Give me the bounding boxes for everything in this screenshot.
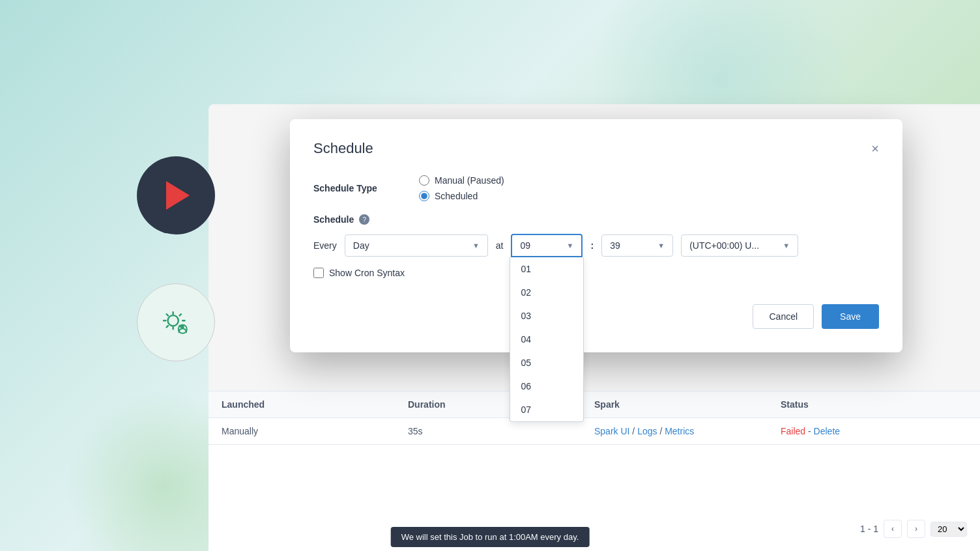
table-area: Launched Duration Spark Status Manually … <box>209 391 980 551</box>
every-row: Every Day ▼ at 09 ▼ 01 02 03 04 05 <box>313 234 879 257</box>
play-icon <box>166 181 190 210</box>
pagination-range: 1 - 1 <box>860 524 878 534</box>
radio-scheduled-input[interactable] <box>419 191 429 201</box>
hour-option-02[interactable]: 02 <box>510 281 583 304</box>
cell-spark: Spark UI / Logs / Metrics <box>594 426 781 436</box>
col-spark: Spark <box>594 399 781 410</box>
hour-option-06[interactable]: 06 <box>510 374 583 398</box>
every-label: Every <box>313 240 337 251</box>
cell-launched: Manually <box>222 426 408 436</box>
schedule-label-row: Schedule ? <box>313 214 879 225</box>
play-button-circle[interactable] <box>137 156 215 234</box>
colon-separator: : <box>590 240 594 251</box>
col-status: Status <box>781 399 967 410</box>
tooltip: We will set this Job to run at 1:00AM ev… <box>391 527 590 547</box>
cron-checkbox[interactable] <box>313 268 324 278</box>
per-page-select[interactable]: 20 50 100 <box>930 522 967 537</box>
table-row: Manually 35s Spark UI / Logs / Metrics F… <box>209 418 980 445</box>
radio-group: Manual (Paused) Scheduled <box>419 175 504 201</box>
schedule-modal: Schedule × Schedule Type Manual (Paused)… <box>290 119 902 352</box>
minute-select-value: 39 <box>610 240 620 251</box>
timezone-select[interactable]: (UTC+00:00) U... ▼ <box>681 234 798 257</box>
hour-option-07[interactable]: 07 <box>510 398 583 421</box>
save-button[interactable]: Save <box>822 304 879 329</box>
status-failed: Failed <box>781 426 805 436</box>
radio-manual[interactable]: Manual (Paused) <box>419 175 504 186</box>
schedule-label: Schedule <box>313 214 354 225</box>
spark-ui-link[interactable]: Spark UI <box>594 426 629 436</box>
schedule-type-label: Schedule Type <box>313 183 398 193</box>
gear-button-circle[interactable] <box>137 283 215 361</box>
cell-duration: 35s <box>408 426 594 436</box>
modal-footer: Cancel Save <box>313 304 879 329</box>
day-chevron-icon: ▼ <box>472 242 480 249</box>
schedule-type-row: Schedule Type Manual (Paused) Scheduled <box>313 175 879 201</box>
hour-select[interactable]: 09 ▼ <box>511 234 583 257</box>
next-page-button[interactable]: › <box>907 520 925 538</box>
timezone-select-value: (UTC+00:00) U... <box>689 240 759 251</box>
hour-option-03[interactable]: 03 <box>510 304 583 328</box>
cell-status: Failed - Delete <box>781 426 967 436</box>
hour-chevron-icon: ▼ <box>567 242 574 249</box>
radio-manual-input[interactable] <box>419 175 429 186</box>
col-launched: Launched <box>222 399 408 410</box>
hour-option-05[interactable]: 05 <box>510 351 583 374</box>
at-label: at <box>496 240 504 251</box>
modal-title: Schedule <box>313 140 373 157</box>
modal-header: Schedule × <box>313 140 879 157</box>
day-select[interactable]: Day ▼ <box>345 234 488 257</box>
prev-page-button[interactable]: ‹ <box>884 520 902 538</box>
spark-logs-link[interactable]: Logs <box>637 426 657 436</box>
gear-icon <box>155 302 197 344</box>
cancel-button[interactable]: Cancel <box>753 304 814 329</box>
radio-scheduled-label: Scheduled <box>435 191 478 201</box>
minute-select[interactable]: 39 ▼ <box>601 234 673 257</box>
hour-option-01[interactable]: 01 <box>510 257 583 281</box>
cron-row: Show Cron Syntax <box>313 268 879 278</box>
pagination: 1 - 1 ‹ › 20 50 100 <box>860 520 967 538</box>
modal-close-button[interactable]: × <box>871 142 879 155</box>
radio-scheduled[interactable]: Scheduled <box>419 191 504 201</box>
day-select-value: Day <box>353 240 369 251</box>
radio-manual-label: Manual (Paused) <box>435 175 504 186</box>
spark-metrics-link[interactable]: Metrics <box>665 426 694 436</box>
hour-dropdown: 01 02 03 04 05 06 07 <box>510 257 584 422</box>
minute-chevron-icon: ▼ <box>657 242 665 249</box>
hour-select-container: 09 ▼ 01 02 03 04 05 06 07 <box>511 234 583 257</box>
timezone-chevron-icon: ▼ <box>783 242 790 249</box>
cron-label: Show Cron Syntax <box>329 268 405 278</box>
svg-point-0 <box>167 315 178 326</box>
schedule-section: Schedule ? Every Day ▼ at 09 ▼ 01 02 <box>313 214 879 278</box>
help-icon[interactable]: ? <box>359 214 369 225</box>
hour-select-value: 09 <box>520 240 530 251</box>
delete-link[interactable]: Delete <box>814 426 840 436</box>
hour-option-04[interactable]: 04 <box>510 328 583 351</box>
table-header: Launched Duration Spark Status <box>209 391 980 418</box>
